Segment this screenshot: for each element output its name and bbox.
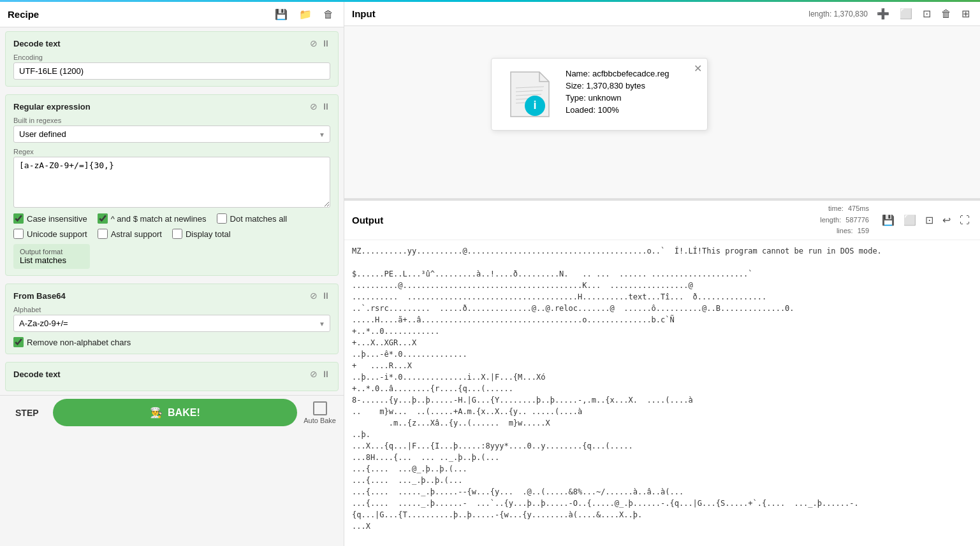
regex-collapse-button[interactable]: ⏸	[321, 101, 330, 111]
input-meta: length: 1,370,830	[808, 10, 868, 18]
regex-input[interactable]: [a-zA-Z0-9+/=]{30,}	[13, 157, 330, 208]
encoding-input[interactable]	[13, 62, 330, 80]
case-insensitive-label: Case insensitive	[27, 214, 87, 224]
time-value: 475ms	[848, 205, 869, 212]
file-type: Type: unknown	[566, 93, 694, 103]
alphabet-label: Alphabet	[13, 306, 330, 313]
recipe-title: Recipe	[8, 9, 39, 20]
input-load-button[interactable]: ⊡	[920, 6, 933, 21]
file-loaded: Loaded: 100%	[566, 105, 694, 115]
auto-bake-icon	[313, 401, 327, 415]
output-save-button[interactable]: 💾	[879, 213, 897, 227]
close-file-card-button[interactable]: ✕	[694, 62, 702, 75]
main-layout: Recipe 💾 📁 🗑 Decode text ⊘ ⏸ Encoding R	[0, 2, 980, 546]
auto-bake-button[interactable]: Auto Bake	[304, 401, 336, 424]
length-value: 587776	[845, 216, 869, 224]
save-button[interactable]: 💾	[272, 7, 290, 22]
right-panel: Input length: 1,370,830 ➕ ⬜ ⊡ 🗑 ⊞	[344, 2, 980, 546]
regex-label: Regex	[13, 148, 330, 155]
checkboxes-row: Case insensitive ^ and $ match at newlin…	[13, 213, 330, 239]
section-header-regex: Regular expression ⊘ ⏸	[13, 101, 330, 111]
file-icon-area: i	[504, 69, 555, 120]
base64-disable-button[interactable]: ⊘	[310, 291, 318, 301]
bake-chef-icon: 👨‍🍳	[150, 406, 163, 419]
output-swap-button[interactable]: ⊡	[923, 213, 936, 227]
time-label: time:	[828, 205, 844, 212]
decode2-section-controls: ⊘ ⏸	[310, 369, 330, 379]
astral-support-label: Astral support	[111, 229, 162, 239]
decode-text-section: Decode text ⊘ ⏸ Encoding	[5, 31, 339, 87]
output-header: Output time: 475ms length: 587776 lines:…	[344, 201, 980, 240]
display-total-checkbox[interactable]: Display total	[172, 229, 231, 239]
case-insensitive-checkbox[interactable]: Case insensitive	[13, 213, 87, 224]
built-in-label: Built in regexes	[13, 117, 330, 124]
input-grid-button[interactable]: ⊞	[959, 6, 972, 21]
base64-section-controls: ⊘ ⏸	[310, 291, 330, 301]
recipe-header: Recipe 💾 📁 🗑	[0, 2, 344, 27]
decode-disable-button[interactable]: ⊘	[310, 38, 318, 48]
section-header-decode: Decode text ⊘ ⏸	[13, 38, 330, 48]
remove-non-alphabet-checkbox[interactable]: Remove non-alphabet chars	[13, 337, 330, 347]
from-base64-section: From Base64 ⊘ ⏸ Alphabet A-Za-z0-9+/= Re…	[5, 284, 339, 354]
file-size: Size: 1,370,830 bytes	[566, 81, 694, 90]
decode2-collapse-button[interactable]: ⏸	[321, 369, 330, 379]
dot-matches-all-checkbox[interactable]: Dot matches all	[217, 213, 288, 224]
length-label: length:	[820, 216, 841, 224]
bake-button[interactable]: 👨‍🍳 BAKE!	[53, 399, 298, 426]
from-base64-title: From Base64	[13, 291, 66, 301]
step-button[interactable]: STEP	[8, 403, 47, 423]
file-info-card: i Name: acfbbcbefecadce.reg Size: 1,370,…	[491, 58, 708, 131]
regex-section-controls: ⊘ ⏸	[310, 101, 330, 111]
file-icon: i	[504, 69, 555, 120]
decode2-disable-button[interactable]: ⊘	[310, 369, 318, 379]
encoding-label: Encoding	[13, 54, 330, 61]
bake-label: BAKE!	[168, 407, 200, 419]
alphabet-row: A-Za-z0-9+/=	[13, 315, 330, 332]
input-add-button[interactable]: ➕	[874, 6, 892, 21]
output-format-label: Output format	[20, 248, 84, 255]
unicode-support-checkbox[interactable]: Unicode support	[13, 229, 87, 239]
decode-section-controls: ⊘ ⏸	[310, 38, 330, 48]
decode-text2-section: Decode text ⊘ ⏸	[5, 362, 339, 391]
auto-bake-label: Auto Bake	[304, 417, 336, 424]
input-expand-button[interactable]: ⬜	[897, 6, 915, 21]
open-folder-button[interactable]: 📁	[296, 7, 314, 22]
input-delete-button[interactable]: 🗑	[939, 7, 954, 21]
regex-section: Regular expression ⊘ ⏸ Built in regexes …	[5, 94, 339, 276]
input-area: i Name: acfbbcbefecadce.reg Size: 1,370,…	[344, 26, 980, 198]
astral-support-checkbox[interactable]: Astral support	[98, 229, 162, 239]
output-fullscreen-button[interactable]: ⛶	[957, 213, 972, 227]
recipe-icons: 💾 📁 🗑	[272, 7, 336, 22]
output-format-value: List matches	[20, 255, 84, 265]
output-title: Output	[352, 215, 383, 226]
left-panel: Recipe 💾 📁 🗑 Decode text ⊘ ⏸ Encoding R	[0, 2, 344, 546]
dot-matches-all-label: Dot matches all	[230, 214, 288, 224]
decode-text-title: Decode text	[13, 39, 61, 48]
display-total-label: Display total	[186, 229, 231, 239]
remove-non-alphabet-label: Remove non-alphabet chars	[27, 338, 131, 347]
lines-value: 159	[858, 227, 869, 234]
base64-collapse-button[interactable]: ⏸	[321, 291, 330, 301]
alphabet-select[interactable]: A-Za-z0-9+/=	[13, 315, 330, 332]
decode-collapse-button[interactable]: ⏸	[321, 38, 330, 48]
input-header: Input length: 1,370,830 ➕ ⬜ ⊡ 🗑 ⊞	[344, 2, 980, 26]
regex-section-title: Regular expression	[13, 102, 91, 111]
lines-label: lines:	[837, 227, 853, 234]
output-undo-button[interactable]: ↩	[940, 213, 953, 227]
svg-text:i: i	[533, 99, 536, 111]
caret-dollar-checkbox[interactable]: ^ and $ match at newlines	[98, 213, 207, 224]
output-copy-button[interactable]: ⬜	[901, 213, 919, 227]
section-header-base64: From Base64 ⊘ ⏸	[13, 291, 330, 301]
output-format-box[interactable]: Output format List matches	[13, 244, 90, 269]
output-content: MZ..........yy..........@...............…	[344, 240, 980, 546]
file-info-text: Name: acfbbcbefecadce.reg Size: 1,370,83…	[566, 69, 694, 117]
input-title: Input	[352, 8, 376, 19]
output-icons: 💾 ⬜ ⊡ ↩ ⛶	[879, 213, 972, 227]
delete-button[interactable]: 🗑	[321, 7, 336, 22]
regex-disable-button[interactable]: ⊘	[310, 101, 318, 111]
alphabet-select-wrap: A-Za-z0-9+/=	[13, 315, 330, 332]
built-in-select[interactable]: User defined	[13, 126, 330, 143]
decode-text2-title: Decode text	[13, 370, 61, 379]
caret-dollar-label: ^ and $ match at newlines	[111, 214, 207, 224]
input-icons: ➕ ⬜ ⊡ 🗑 ⊞	[874, 6, 972, 21]
